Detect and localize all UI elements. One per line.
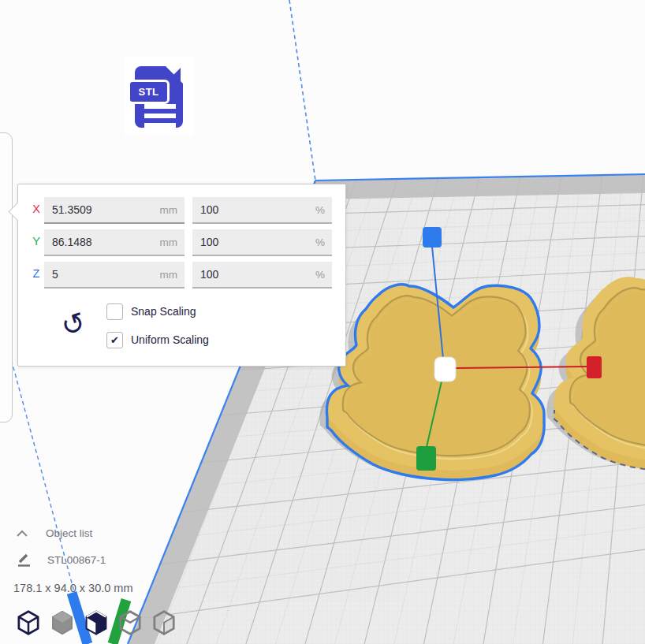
- cube-highlighted-face-icon: [87, 612, 106, 635]
- scale-tool-panel: X mm % Y mm % Z mm: [17, 184, 346, 367]
- unit-label: mm: [160, 204, 185, 216]
- axis-y-label: Y: [29, 235, 43, 248]
- page-fold-flap-icon: [167, 68, 181, 81]
- view-front-button[interactable]: [47, 608, 77, 638]
- application-window: STL X mm % Y mm: [0, 0, 645, 644]
- model-dimensions-label: 178.1 x 94.0 x 30.0 mm: [13, 582, 133, 594]
- scale-z-mm-input[interactable]: [44, 268, 160, 281]
- scale-handle-z[interactable]: [423, 227, 442, 248]
- stl-file-icon: STL: [125, 57, 194, 136]
- stl-label-badge: STL: [128, 80, 170, 104]
- chevron-up-icon: [16, 530, 28, 538]
- build-volume-edge-dashed: [289, 0, 315, 181]
- unit-label: %: [315, 269, 332, 281]
- doc-line-icon: [144, 114, 176, 118]
- scale-handle-x[interactable]: [587, 356, 602, 378]
- scale-handle-y[interactable]: [416, 446, 436, 471]
- unit-label: %: [315, 204, 332, 216]
- axis-z-label: Z: [29, 267, 43, 280]
- scale-x-percent-field[interactable]: %: [192, 197, 332, 224]
- scale-x-percent-input[interactable]: [192, 203, 315, 216]
- stl-document-icon: STL: [135, 66, 183, 128]
- object-name-label: STL00867-1: [32, 554, 106, 566]
- left-toolbar-edge: [0, 132, 13, 423]
- cube-solid-icon: [53, 612, 72, 635]
- scale-y-percent-field[interactable]: %: [192, 229, 332, 256]
- scale-z-percent-field[interactable]: %: [192, 262, 332, 288]
- snap-scaling-label: Snap Scaling: [123, 305, 196, 318]
- view-top-button[interactable]: [81, 608, 111, 638]
- scale-z-percent-input[interactable]: [192, 268, 315, 281]
- scale-row-z: Z mm %: [18, 262, 345, 287]
- view-orientation-toolbar: [13, 608, 179, 638]
- unit-label: %: [315, 236, 332, 248]
- cube-outline-top-icon: [121, 612, 140, 635]
- uniform-scaling-row: ✔ Uniform Scaling: [106, 331, 209, 348]
- cube-wireframe-icon: [19, 612, 38, 635]
- object-list-title: Object list: [28, 527, 92, 539]
- cube-outline-right-icon: [155, 612, 173, 635]
- scale-y-mm-field[interactable]: mm: [44, 229, 185, 256]
- scale-x-mm-input[interactable]: [44, 203, 160, 216]
- scale-z-mm-field[interactable]: mm: [44, 262, 185, 288]
- reset-icon: ↺: [57, 306, 89, 343]
- edit-icon: [17, 553, 32, 568]
- view-3d-button[interactable]: [13, 608, 43, 638]
- view-right-button[interactable]: [149, 608, 179, 638]
- view-left-button[interactable]: [115, 608, 145, 638]
- scale-y-percent-input[interactable]: [192, 236, 315, 248]
- unit-label: mm: [160, 236, 185, 248]
- scale-y-mm-input[interactable]: [44, 236, 160, 248]
- unit-label: mm: [160, 269, 185, 281]
- scale-row-x: X mm %: [18, 197, 345, 222]
- scale-handle-center[interactable]: [434, 357, 456, 382]
- axis-x-label: X: [29, 203, 43, 215]
- scale-x-mm-field[interactable]: mm: [44, 197, 185, 224]
- uniform-scaling-label: Uniform Scaling: [123, 333, 209, 346]
- reset-scale-button[interactable]: ↺: [56, 309, 91, 344]
- object-list-item[interactable]: STL00867-1: [17, 553, 106, 568]
- object-list-header[interactable]: Object list: [16, 527, 92, 539]
- snap-scaling-checkbox[interactable]: ✔: [106, 303, 123, 320]
- scale-row-y: Y mm %: [18, 229, 345, 255]
- snap-scaling-row: ✔ Snap Scaling: [106, 303, 196, 320]
- doc-line-icon: [144, 123, 176, 128]
- uniform-scaling-checkbox[interactable]: ✔: [106, 332, 123, 348]
- doc-line-icon: [144, 104, 176, 109]
- check-icon: ✔: [110, 335, 119, 345]
